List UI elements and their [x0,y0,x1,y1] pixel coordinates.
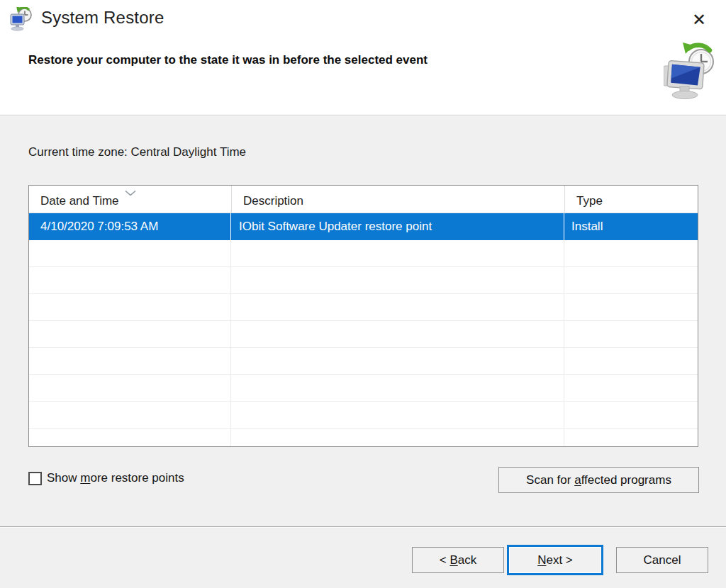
close-icon[interactable]: ✕ [682,4,716,35]
cancel-button[interactable]: Cancel [616,547,708,573]
table-row-empty [29,267,698,294]
wizard-header: Restore your computer to the state it wa… [0,40,726,115]
table-row-selected[interactable]: 4/10/2020 7:09:53 AM IObit Software Upda… [29,213,698,240]
chevron-down-icon [124,186,137,199]
table-row-empty [29,294,698,321]
table-row-empty [29,402,698,429]
table-header-row: Date and Time Description Type [29,186,698,213]
next-button[interactable]: Next > [507,545,603,575]
table-row-empty [29,321,698,348]
table-row-empty [29,348,698,375]
table-body: 4/10/2020 7:09:53 AM IObit Software Upda… [29,213,698,446]
button-label: < Back [440,553,476,567]
column-separator [230,213,231,446]
restore-points-table: Date and Time Description Type 4/10/2020… [28,185,698,447]
show-more-checkbox-label[interactable]: Show more restore points [47,471,184,485]
cell-type: Install [564,213,698,240]
restore-point-clock-icon [664,42,719,101]
title-bar: System Restore ✕ [0,0,726,40]
scan-for-affected-programs-button[interactable]: Scan for affected programs [498,467,699,493]
page-instruction: Restore your computer to the state it wa… [28,53,428,67]
system-restore-icon [9,7,33,31]
back-button[interactable]: < Back [412,547,504,573]
table-row-empty [29,375,698,402]
table-empty-area [29,240,698,447]
button-label: Next > [537,553,573,567]
timezone-label: Current time zone: Central Daylight Time [28,145,246,159]
table-row-empty [29,240,698,267]
wizard-body: Current time zone: Central Daylight Time… [0,116,726,588]
window-title: System Restore [41,8,164,28]
show-more-checkbox[interactable] [28,472,42,485]
footer-divider [0,526,726,528]
system-restore-dialog: System Restore ✕ Restore your computer t… [0,0,726,588]
show-more-restore-points[interactable]: Show more restore points [28,470,184,486]
button-label: Scan for affected programs [526,473,671,487]
cell-description: IObit Software Updater restore point [231,213,564,240]
cell-date-time: 4/10/2020 7:09:53 AM [29,213,230,240]
column-header-description[interactable]: Description [231,186,564,213]
table-row-empty [29,429,698,447]
column-header-type[interactable]: Type [564,186,698,213]
column-separator [564,213,564,446]
